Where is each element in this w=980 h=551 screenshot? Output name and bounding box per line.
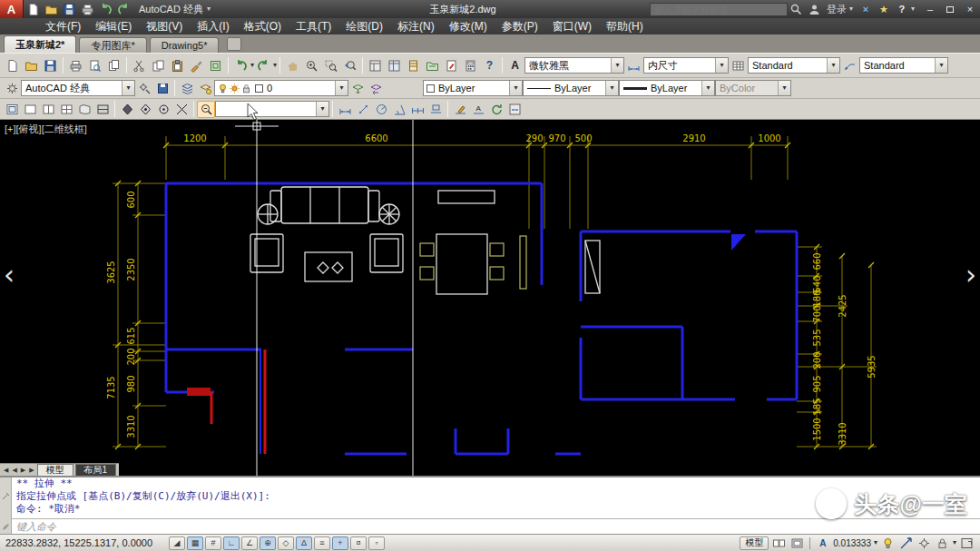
layer-combo[interactable]: 0 ▾ — [214, 80, 348, 96]
doc-tab-yuquan[interactable]: 玉泉新城2* — [4, 35, 76, 53]
layer-states-icon[interactable] — [196, 80, 214, 97]
menu-parametric[interactable]: 参数(P) — [495, 18, 545, 34]
save-workspace-icon[interactable] — [153, 80, 172, 97]
viewport-poly-icon[interactable] — [75, 101, 93, 118]
quick-dimension-icon[interactable] — [426, 101, 445, 118]
mleader-style-icon[interactable] — [840, 56, 859, 75]
linetype-combo[interactable]: ByLayer ▾ — [523, 80, 619, 96]
carousel-right-arrow[interactable]: › — [965, 261, 976, 289]
snap-endpoint-icon[interactable] — [118, 101, 136, 118]
autocad-app-icon[interactable]: A — [0, 0, 24, 18]
open-file-icon[interactable] — [42, 1, 60, 17]
cut-icon[interactable] — [130, 56, 149, 75]
chevron-down-icon[interactable]: ▾ — [827, 58, 839, 73]
chevron-down-icon[interactable]: ▾ — [509, 81, 522, 95]
dim-update-icon[interactable] — [487, 101, 505, 118]
plot-icon[interactable] — [66, 56, 85, 75]
snap-intersection-icon[interactable] — [172, 101, 191, 118]
prev-tab-icon[interactable]: ◀ — [11, 467, 17, 474]
command-input[interactable]: 键入命令 — [12, 518, 980, 534]
model-tab[interactable]: 模型 — [37, 464, 74, 476]
chevron-down-icon[interactable]: ▾ — [715, 58, 728, 73]
carousel-left-arrow[interactable]: ‹ — [4, 261, 15, 289]
object-snap-3d-toggle-icon[interactable]: ◇ — [278, 536, 294, 550]
viewport-controls-label[interactable]: [+][俯视][二维线框] — [5, 123, 87, 136]
zoom-window-icon[interactable] — [321, 56, 340, 75]
layer-on-bulb-icon[interactable] — [217, 83, 229, 94]
help-search-box[interactable] — [650, 3, 788, 16]
annotation-scale-icon[interactable]: A — [815, 536, 830, 550]
layer-color-swatch[interactable] — [255, 84, 263, 93]
layer-freeze-sun-icon[interactable] — [229, 83, 240, 94]
viewport-two-icon[interactable] — [39, 101, 57, 118]
workspace-combo[interactable]: AutoCAD 经典 ▾ — [21, 80, 135, 96]
polar-tracking-toggle-icon[interactable]: ∠ — [241, 536, 258, 550]
grid-display-toggle-icon[interactable]: # — [205, 536, 221, 550]
help-icon[interactable]: ? — [480, 56, 499, 75]
infer-constraints-toggle-icon[interactable]: ◢ — [169, 536, 185, 550]
dim-edit-icon[interactable] — [451, 101, 469, 118]
text-style-combo[interactable]: 微软雅黑 ▾ — [524, 57, 624, 74]
layer-previous-icon[interactable] — [367, 80, 385, 97]
chevron-down-icon[interactable]: ▾ — [316, 102, 328, 116]
properties-palette-icon[interactable] — [366, 56, 385, 75]
exchange-apps-icon[interactable]: × — [857, 1, 875, 17]
help-icon[interactable]: ? — [893, 1, 911, 17]
favorites-star-icon[interactable]: ★ — [875, 1, 893, 17]
redo-dropdown-icon[interactable]: ▾ — [273, 62, 277, 69]
annotation-scale-value[interactable]: 0.013333 — [833, 538, 871, 548]
menu-insert[interactable]: 插入(I) — [190, 18, 236, 34]
layer-lock-icon[interactable] — [240, 83, 252, 94]
menu-dimension[interactable]: 标注(N) — [390, 18, 442, 34]
snap-mode-toggle-icon[interactable]: ▦ — [187, 536, 203, 550]
menu-draw[interactable]: 绘图(D) — [338, 18, 390, 34]
copy-icon[interactable] — [149, 56, 168, 75]
viewport-four-icon[interactable] — [57, 101, 75, 118]
doc-tab-drawing5[interactable]: Drawing5* — [150, 37, 220, 53]
tab-list-button[interactable] — [227, 37, 241, 51]
save-icon[interactable] — [60, 1, 78, 17]
menu-file[interactable]: 文件(F) — [38, 18, 88, 34]
ortho-mode-toggle-icon[interactable]: ∟ — [223, 536, 240, 550]
search-icon[interactable] — [788, 1, 806, 17]
status-menu-chevron-icon[interactable]: ▾ — [953, 539, 956, 546]
drawing-area[interactable]: [+][俯视][二维线框] ‹ › — [0, 120, 980, 476]
dim-style-combo[interactable]: 内尺寸 ▾ — [643, 57, 729, 74]
paste-icon[interactable] — [168, 56, 187, 75]
menu-tools[interactable]: 工具(T) — [289, 18, 338, 34]
menu-window[interactable]: 窗口(W) — [545, 18, 599, 34]
zoom-previous-icon[interactable] — [340, 56, 359, 75]
designcenter-icon[interactable] — [385, 56, 404, 75]
text-style-icon[interactable]: A — [505, 56, 524, 75]
block-editor-icon[interactable] — [206, 56, 225, 75]
model-space-button[interactable]: 模型 — [740, 536, 769, 550]
menu-view[interactable]: 视图(V) — [139, 18, 190, 34]
annotation-visibility-icon[interactable] — [880, 536, 896, 550]
undo-icon[interactable] — [96, 1, 114, 17]
menu-help[interactable]: 帮助(H) — [599, 18, 651, 34]
match-properties-icon[interactable] — [187, 56, 206, 75]
plot-icon[interactable] — [78, 1, 96, 17]
mleader-style-combo[interactable]: Standard ▾ — [859, 57, 948, 74]
object-snap-tracking-toggle-icon[interactable]: Δ — [296, 536, 312, 550]
tool-palettes-icon[interactable] — [404, 56, 423, 75]
open-file-icon[interactable] — [22, 56, 41, 75]
user-icon[interactable] — [806, 1, 824, 17]
doc-tab-library[interactable]: 专用图库* — [79, 37, 146, 53]
lock-icon[interactable] — [935, 536, 950, 550]
dynamic-ucs-toggle-icon[interactable]: ≡ — [314, 536, 330, 550]
chevron-down-icon[interactable]: ▾ — [935, 58, 947, 73]
dim-style-manager-icon[interactable] — [505, 101, 524, 118]
make-object-layer-current-icon[interactable] — [348, 80, 367, 97]
redo-icon[interactable] — [114, 1, 132, 17]
lineweight-combo[interactable]: ByLayer ▾ — [619, 80, 715, 96]
signin-label[interactable]: 登录 — [824, 3, 849, 16]
dim-style-icon[interactable] — [624, 56, 643, 75]
redo-button[interactable]: ▾ — [254, 56, 277, 75]
new-file-icon[interactable] — [3, 56, 22, 75]
chevron-down-icon[interactable]: ▾ — [335, 81, 348, 95]
layer-properties-icon[interactable] — [178, 80, 196, 97]
close-button[interactable]: × — [960, 2, 980, 16]
save-icon[interactable] — [41, 56, 60, 75]
plot-preview-icon[interactable] — [85, 56, 104, 75]
